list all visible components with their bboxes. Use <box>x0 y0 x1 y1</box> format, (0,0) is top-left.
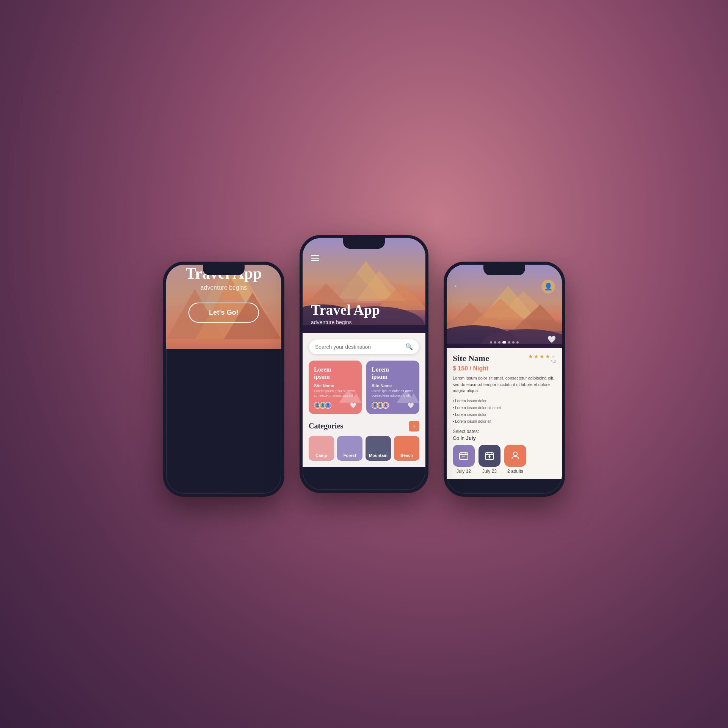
detail-bullets: • Lorem ipsum dolor • Lorem ipsum dolor … <box>453 398 556 425</box>
hamburger-icon[interactable] <box>311 255 319 261</box>
date-btn-2[interactable]: July 23 <box>479 445 500 474</box>
forest-label: Forest <box>344 453 356 458</box>
category-camp[interactable]: Camp <box>309 436 334 461</box>
phones-container: Travel App adventure begins Let's Go! <box>163 231 565 497</box>
dest-card-1[interactable]: Loremipsum Site Name Lorem ipsum dolor s… <box>309 361 362 414</box>
hamburger-line-3 <box>311 260 319 261</box>
date-buttons: July 12 <box>453 445 556 474</box>
date-icon-1 <box>453 445 475 467</box>
card-1-title: Loremipsum <box>314 366 356 380</box>
category-forest[interactable]: Forest <box>337 436 362 461</box>
notch-right <box>483 265 525 275</box>
categories-title: Categories <box>309 422 343 430</box>
splash-subtitle: adventure begins <box>185 284 262 291</box>
detail-heart-button[interactable]: 🤍 <box>548 335 556 344</box>
search-icon: 🔍 <box>405 343 413 350</box>
star-4: ★ <box>545 353 550 359</box>
beach-label: Beach <box>400 453 413 458</box>
detail-site-name: Site Name <box>453 353 489 363</box>
category-mountain[interactable]: Mountain <box>366 436 391 461</box>
calendar-minus-icon <box>459 451 469 461</box>
categories-section: Categories + Camp Forest Mountain <box>309 421 419 461</box>
guests-icon <box>504 445 526 467</box>
stars-row: ★ ★ ★ ★ ★ <box>528 353 556 359</box>
dot-1 <box>490 341 492 344</box>
screen-left: Travel App adventure begins Let's Go! <box>166 265 281 494</box>
camp-label: Camp <box>315 453 327 458</box>
star-1: ★ <box>528 353 533 359</box>
lets-go-button[interactable]: Let's Go! <box>188 303 259 323</box>
back-button[interactable]: ← <box>453 281 461 290</box>
svg-rect-32 <box>447 344 562 348</box>
avatar-3: 👤 <box>325 402 331 409</box>
hero-title: Travel App <box>311 302 380 318</box>
add-category-button[interactable]: + <box>409 421 419 431</box>
dot-4-active <box>502 341 506 344</box>
hero-text-block: Travel App adventure begins <box>311 302 380 325</box>
notch-center <box>343 238 385 249</box>
hamburger-line-2 <box>311 258 319 259</box>
star-2: ★ <box>534 353 539 359</box>
card-2-site: Site Name <box>372 383 414 388</box>
mountain-bg-right <box>447 265 562 348</box>
category-beach[interactable]: Beach <box>394 436 419 461</box>
phone-center: Travel App adventure begins 🔍 <box>300 235 428 493</box>
go-in-label: Go in July <box>453 435 556 441</box>
phone-right: ← 👤 🤍 <box>444 262 565 497</box>
dest-card-2[interactable]: Loremipsum Site Name Lorem ipsum dolor s… <box>366 361 419 414</box>
dot-7 <box>516 341 519 344</box>
detail-hero: ← 👤 🤍 <box>447 265 562 348</box>
hero-subtitle: adventure begins <box>311 319 380 325</box>
screen-center: Travel App adventure begins 🔍 <box>303 238 425 490</box>
person-icon <box>510 451 520 461</box>
category-chips: Camp Forest Mountain Beach <box>309 436 419 461</box>
hamburger-line-1 <box>311 255 319 256</box>
center-screen: Travel App adventure begins 🔍 <box>303 238 425 467</box>
date-btn-1[interactable]: July 12 <box>453 445 475 474</box>
card-1-site: Site Name <box>314 383 356 388</box>
dot-2 <box>494 341 496 344</box>
svg-rect-33 <box>460 453 468 460</box>
destination-cards: Loremipsum Site Name Lorem ipsum dolor s… <box>309 361 419 414</box>
guests-label: 2 adults <box>507 469 523 474</box>
card-2-title: Loremipsum <box>372 366 414 380</box>
detail-content: Site Name ★ ★ ★ ★ ★ 4,2 $ 15 <box>447 348 562 479</box>
search-bar[interactable]: 🔍 <box>309 339 419 355</box>
avatar-6: 👤 <box>382 402 389 409</box>
card-1-desc: Lorem ipsum dolor sit amet,consectetur a… <box>314 389 356 398</box>
bullet-1: • Lorem ipsum dolor <box>453 398 556 405</box>
notch-left <box>203 265 245 275</box>
bullet-3: • Lorem ipsum dolor <box>453 411 556 418</box>
dot-3 <box>498 341 500 344</box>
screen-right: ← 👤 🤍 <box>447 265 562 494</box>
svg-point-44 <box>513 452 517 456</box>
phone-left: Travel App adventure begins Let's Go! <box>163 262 284 497</box>
profile-avatar[interactable]: 👤 <box>541 280 555 293</box>
star-5-empty: ★ <box>551 353 556 359</box>
categories-header: Categories + <box>309 421 419 431</box>
date-label-1: July 12 <box>457 469 471 474</box>
card-1-avatars: 👤 👤 👤 <box>314 402 331 409</box>
detail-screen: ← 👤 🤍 <box>447 265 562 479</box>
center-hero: Travel App adventure begins <box>303 238 425 333</box>
bullet-2: • Lorem ipsum dolor sit amet <box>453 405 556 411</box>
svg-rect-19 <box>303 325 425 333</box>
image-dots <box>490 341 519 344</box>
search-input[interactable] <box>315 344 405 350</box>
center-content: 🔍 Loremipsum Site Name Lorem ipsum dolor… <box>303 333 425 467</box>
bullet-4: • Lorem ipsum dolor sit <box>453 418 556 425</box>
mountain-label: Mountain <box>369 453 388 458</box>
date-label-2: July 23 <box>482 469 497 474</box>
card-2-avatars: 👤 👤 👤 <box>372 402 389 409</box>
star-3: ★ <box>540 353 544 359</box>
date-icon-2 <box>479 445 500 467</box>
date-btn-guests[interactable]: 2 adults <box>504 445 526 474</box>
rating-number: 4,2 <box>551 359 556 364</box>
detail-description: Lorem ipsum dolor sit amet, consectetur … <box>453 375 556 394</box>
dot-6 <box>512 341 515 344</box>
card-2-desc: Lorem ipsum dolor sit amet,consectetur a… <box>372 389 414 398</box>
splash-screen: Travel App adventure begins Let's Go! <box>166 265 281 349</box>
dot-5 <box>508 341 510 344</box>
go-in-month: July <box>466 435 476 441</box>
detail-name-row: Site Name ★ ★ ★ ★ ★ 4,2 <box>453 353 556 364</box>
